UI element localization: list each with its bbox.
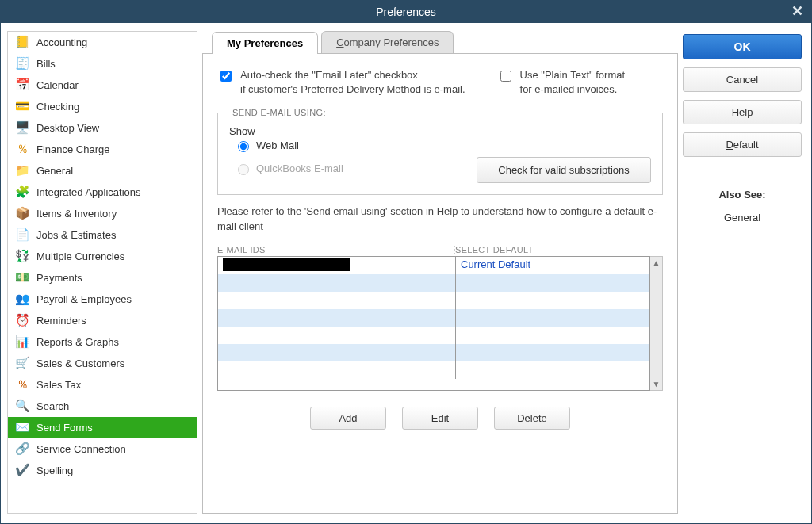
table-row[interactable] xyxy=(218,274,649,292)
auto-check-checkbox[interactable] xyxy=(220,71,232,82)
send-email-fieldset: SEND E-MAIL USING: Show Web Mail QuickBo… xyxy=(217,108,663,195)
tab-my-preferences[interactable]: My Preferences xyxy=(212,32,318,54)
table-row[interactable] xyxy=(218,327,649,344)
category-sidebar: 📒Accounting🧾Bills📅Calendar💳Checking🖥️Des… xyxy=(7,31,197,514)
sales-tax-icon: ％ xyxy=(14,377,30,392)
sidebar-item-label: Jobs & Estimates xyxy=(36,229,192,241)
sidebar-item-reminders[interactable]: ⏰Reminders xyxy=(8,310,197,331)
right-button-column: OK Cancel Help Default Also See: General xyxy=(683,31,802,514)
sidebar-item-label: Desktop View xyxy=(36,122,192,134)
sidebar-item-label: Items & Inventory xyxy=(36,208,192,220)
sidebar-item-label: Reminders xyxy=(36,315,192,327)
table-row[interactable] xyxy=(218,309,649,327)
spelling-icon: ✔️ xyxy=(14,463,30,477)
also-see-general[interactable]: General xyxy=(683,212,802,224)
send-email-legend: SEND E-MAIL USING: xyxy=(229,108,329,117)
edit-button[interactable]: Edit xyxy=(402,407,478,430)
general-icon: 📁 xyxy=(14,163,30,178)
sidebar-item-reports-graphs[interactable]: 📊Reports & Graphs xyxy=(8,331,197,353)
sidebar-item-search[interactable]: 🔍Search xyxy=(8,396,197,417)
search-icon: 🔍 xyxy=(14,399,30,413)
cell-email-id xyxy=(218,361,456,379)
sidebar-item-service-connection[interactable]: 🔗Service Connection xyxy=(8,438,197,460)
sidebar-item-label: Sales Tax xyxy=(36,379,192,391)
table-scrollbar[interactable]: ▲ ▼ xyxy=(650,256,663,391)
ok-button[interactable]: OK xyxy=(683,34,802,59)
sidebar-item-sales-tax[interactable]: ％Sales Tax xyxy=(8,374,197,396)
send-forms-icon: ✉️ xyxy=(14,420,30,434)
qb-email-row: QuickBooks E-mail Check for valid subscr… xyxy=(229,157,651,183)
sidebar-item-finance-charge[interactable]: ％Finance Charge xyxy=(8,139,197,160)
tab-label: My Preferences xyxy=(227,37,303,49)
sidebar-item-jobs-estimates[interactable]: 📄Jobs & Estimates xyxy=(8,224,197,246)
sidebar-item-label: Multiple Currencies xyxy=(36,251,192,262)
sidebar-item-payroll-employees[interactable]: 👥Payroll & Employees xyxy=(8,289,197,310)
titlebar: Preferences ✕ xyxy=(1,1,811,23)
payroll-employees-icon: 👥 xyxy=(14,292,30,306)
sidebar-item-label: Sales & Customers xyxy=(36,358,192,369)
auto-check-label: Auto-check the "Email Later" checkbox if… xyxy=(240,68,465,97)
accounting-icon: 📒 xyxy=(14,35,30,49)
cell-select-default xyxy=(456,309,649,327)
help-button[interactable]: Help xyxy=(683,100,802,124)
check-subscriptions-button[interactable]: Check for valid subscriptions xyxy=(477,157,651,183)
cell-select-default xyxy=(456,274,649,292)
tab-label: Company Preferences xyxy=(336,36,439,48)
auto-check-option[interactable]: Auto-check the "Email Later" checkbox if… xyxy=(217,68,465,97)
default-button[interactable]: Default xyxy=(683,132,802,157)
webmail-radio[interactable] xyxy=(238,141,249,152)
window-body: 📒Accounting🧾Bills📅Calendar💳Checking🖥️Des… xyxy=(1,23,811,523)
sidebar-item-label: Finance Charge xyxy=(36,143,192,155)
window-title: Preferences xyxy=(376,6,435,18)
table-actions: Add Edit Delete xyxy=(217,407,663,430)
add-button[interactable]: Add xyxy=(310,407,386,430)
main-panel: My Preferences Company Preferences Auto-… xyxy=(202,31,678,514)
reports-graphs-icon: 📊 xyxy=(14,335,30,349)
cell-email-id xyxy=(218,327,456,344)
table-row[interactable] xyxy=(218,344,649,361)
cell-email-id xyxy=(218,309,456,327)
scroll-down-icon[interactable]: ▼ xyxy=(653,380,661,388)
sidebar-item-items-inventory[interactable]: 📦Items & Inventory xyxy=(8,203,197,224)
table-row[interactable] xyxy=(218,292,649,309)
sales-customers-icon: 🛒 xyxy=(14,356,30,370)
col-select-default: ⋮SELECT DEFAULT xyxy=(455,245,663,254)
sidebar-item-multiple-currencies[interactable]: 💱Multiple Currencies xyxy=(8,246,197,267)
reminders-icon: ⏰ xyxy=(14,313,30,327)
webmail-radio-row[interactable]: Web Mail xyxy=(234,139,651,152)
cell-select-default xyxy=(456,292,649,309)
table-row[interactable]: Current Default xyxy=(218,257,649,274)
sidebar-item-spelling[interactable]: ✔️Spelling xyxy=(8,460,197,481)
email-table[interactable]: Current Default xyxy=(217,256,650,391)
table-header: E-MAIL IDS ⋮SELECT DEFAULT xyxy=(217,245,663,256)
desktop-view-icon: 🖥️ xyxy=(14,120,30,135)
sidebar-item-integrated-applications[interactable]: 🧩Integrated Applications xyxy=(8,182,197,203)
cancel-button[interactable]: Cancel xyxy=(683,67,802,92)
tab-bar: My Preferences Company Preferences xyxy=(212,31,678,53)
sidebar-item-send-forms[interactable]: ✉️Send Forms xyxy=(8,417,197,438)
delete-button[interactable]: Delete xyxy=(494,407,570,430)
multiple-currencies-icon: 💱 xyxy=(14,249,30,263)
sidebar-item-accounting[interactable]: 📒Accounting xyxy=(8,32,197,53)
panel-body: Auto-check the "Email Later" checkbox if… xyxy=(202,53,678,514)
sidebar-item-payments[interactable]: 💵Payments xyxy=(8,267,197,289)
sidebar-item-label: Send Forms xyxy=(36,422,192,434)
sidebar-list[interactable]: 📒Accounting🧾Bills📅Calendar💳Checking🖥️Des… xyxy=(8,32,197,513)
tab-company-preferences[interactable]: Company Preferences xyxy=(321,31,454,53)
sidebar-item-label: Reports & Graphs xyxy=(36,336,192,348)
sidebar-item-general[interactable]: 📁General xyxy=(8,160,197,182)
table-row[interactable] xyxy=(218,361,649,379)
show-label: Show xyxy=(229,125,651,137)
sidebar-item-label: Bills xyxy=(36,58,192,70)
sidebar-item-bills[interactable]: 🧾Bills xyxy=(8,53,197,75)
plain-text-option[interactable]: Use "Plain Text" format for e-mailed inv… xyxy=(497,68,626,97)
sidebar-item-label: Accounting xyxy=(36,36,192,48)
sidebar-item-calendar[interactable]: 📅Calendar xyxy=(8,75,197,96)
close-icon[interactable]: ✕ xyxy=(791,2,803,20)
scroll-up-icon[interactable]: ▲ xyxy=(653,258,661,267)
sidebar-item-checking[interactable]: 💳Checking xyxy=(8,96,197,117)
plain-text-checkbox[interactable] xyxy=(500,71,511,82)
sidebar-item-desktop-view[interactable]: 🖥️Desktop View xyxy=(8,117,197,139)
service-connection-icon: 🔗 xyxy=(14,442,30,456)
sidebar-item-sales-customers[interactable]: 🛒Sales & Customers xyxy=(8,353,197,374)
